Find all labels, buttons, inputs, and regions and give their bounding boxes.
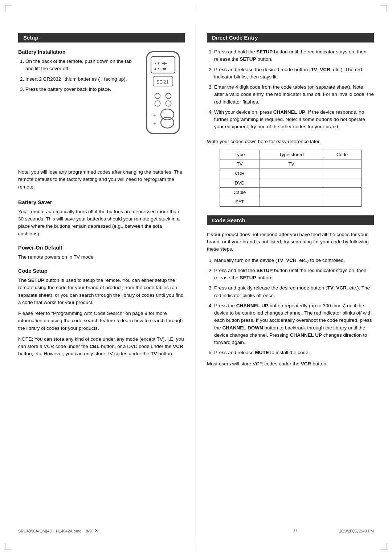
footer-doc-left: SRU4050A-OM(4D)_H14042A.pmd 8-9 <box>18 529 91 533</box>
code-search-intro: If your product does not respond after y… <box>207 231 374 253</box>
remote-image: ▲▼ ◀▶ ▲▼ ◀▶ SE-21 + + <box>141 49 185 159</box>
two-column-layout: Setup ▲▼ ◀▶ ▲▼ ◀▶ <box>0 11 392 544</box>
power-on-section: Power-On Default The remote powers on in… <box>18 245 185 261</box>
direct-code-steps: Press and hold the SETUP button until th… <box>214 48 374 131</box>
col-header-code: Code <box>323 150 361 159</box>
row-code-tv <box>323 159 361 169</box>
row-stored-sat <box>260 197 323 206</box>
code-search-last-line: Most users will store VCR codes under th… <box>207 360 374 368</box>
svg-point-9 <box>166 93 171 99</box>
table-header-row: Type Type stored Code <box>220 150 361 159</box>
page-container: Setup ▲▼ ◀▶ ▲▼ ◀▶ <box>0 0 392 555</box>
code-search-steps: Manually turn on the device (TV, VCR, et… <box>214 257 374 357</box>
center-mark-top <box>196 5 196 12</box>
corner-mark-tr <box>380 5 387 12</box>
left-column: Setup ▲▼ ◀▶ ▲▼ ◀▶ <box>0 22 196 544</box>
code-search-step-5: Press and release MUTE to install the co… <box>214 349 374 356</box>
code-setup-section: Code Setup The SETUP button is used to s… <box>18 268 185 358</box>
code-setup-para2: Please refer to “Programming with Code S… <box>18 310 185 332</box>
code-search-header: Code Search <box>207 215 374 225</box>
row-code-sat <box>323 197 361 206</box>
svg-text:▲▼: ▲▼ <box>154 67 160 70</box>
corner-mark-tl <box>5 5 12 12</box>
write-codes-text: Write your codes down here for easy refe… <box>207 138 374 145</box>
svg-point-11 <box>166 101 171 106</box>
table-row: Cable <box>220 187 361 197</box>
svg-text:▲▼: ▲▼ <box>154 61 160 65</box>
page-number-left: 8 <box>95 528 98 533</box>
table-row: VCR <box>220 169 361 178</box>
right-column: Direct Code Entry Press and hold the SET… <box>196 22 392 544</box>
battery-note: Note: you will lose any programmed codes… <box>18 169 185 191</box>
code-setup-title: Code Setup <box>18 268 185 274</box>
power-on-text: The remote powers on in TV mode. <box>18 254 185 261</box>
direct-code-step-4: With your device on, press CHANNEL UP. I… <box>214 109 374 131</box>
col-header-type: Type <box>220 150 260 159</box>
svg-text:SE-21: SE-21 <box>156 80 169 85</box>
code-search-step-2: Press and hold the SETUP button until th… <box>214 267 374 282</box>
direct-code-step-1: Press and hold the SETUP button until th… <box>214 48 374 63</box>
row-type-vcr: VCR <box>220 169 260 178</box>
row-stored-dvd <box>260 178 323 187</box>
row-stored-vcr <box>260 169 323 178</box>
direct-code-header: Direct Code Entry <box>207 33 374 42</box>
code-search-step-4: Press the CHANNEL UP button repeatedly (… <box>214 302 374 347</box>
row-stored-tv: TV <box>260 159 323 169</box>
table-row: DVD <box>220 178 361 187</box>
battery-saver-title: Battery Saver <box>18 199 185 205</box>
row-type-sat: SAT <box>220 197 260 206</box>
code-search-step-3: Press and quickly release the desired mo… <box>214 284 374 299</box>
svg-point-8 <box>155 93 160 99</box>
row-type-cable: Cable <box>220 187 260 197</box>
table-row: SAT <box>220 197 361 206</box>
power-on-title: Power-On Default <box>18 245 185 251</box>
row-stored-cable <box>260 187 323 197</box>
svg-point-10 <box>155 101 160 106</box>
svg-text:+: + <box>153 120 156 126</box>
code-search-section: Code Search If your product does not res… <box>207 215 374 368</box>
svg-text:◀▶: ◀▶ <box>162 67 167 70</box>
row-type-tv: TV <box>220 159 260 169</box>
code-reference-table: Type Type stored Code TV TV VCR <box>220 150 362 207</box>
col-header-type-stored: Type stored <box>260 150 323 159</box>
code-search-step-1: Manually turn on the device (TV, VCR, et… <box>214 257 374 264</box>
code-setup-para1: The SETUP button is used to setup the re… <box>18 277 185 306</box>
row-code-cable <box>323 187 361 197</box>
page-number-right: 9 <box>294 528 297 533</box>
row-code-vcr <box>323 169 361 178</box>
corner-mark-bl <box>5 543 12 550</box>
svg-text:◀▶: ◀▶ <box>162 61 167 65</box>
corner-mark-br <box>380 543 387 550</box>
code-setup-para3: NOTE: You can store any kind of code und… <box>18 336 185 358</box>
footer-date-right: 10/9/2006, 2:49 PM <box>339 529 374 533</box>
direct-code-step-2: Press and release the desired mode butto… <box>214 66 374 81</box>
row-code-dvd <box>323 178 361 187</box>
svg-text:+: + <box>153 112 156 118</box>
battery-saver-text: Your remote automatically turns off if t… <box>18 208 185 238</box>
svg-point-15 <box>161 117 174 128</box>
setup-header: Setup <box>18 33 185 42</box>
center-mark-bottom <box>196 543 196 550</box>
battery-saver-section: Battery Saver Your remote automatically … <box>18 199 185 238</box>
row-type-dvd: DVD <box>220 178 260 187</box>
direct-code-step-3: Enter the 4 digit code from the code tab… <box>214 84 374 106</box>
battery-installation-section: ▲▼ ◀▶ ▲▼ ◀▶ SE-21 + + <box>18 49 185 93</box>
table-row: TV TV <box>220 159 361 169</box>
